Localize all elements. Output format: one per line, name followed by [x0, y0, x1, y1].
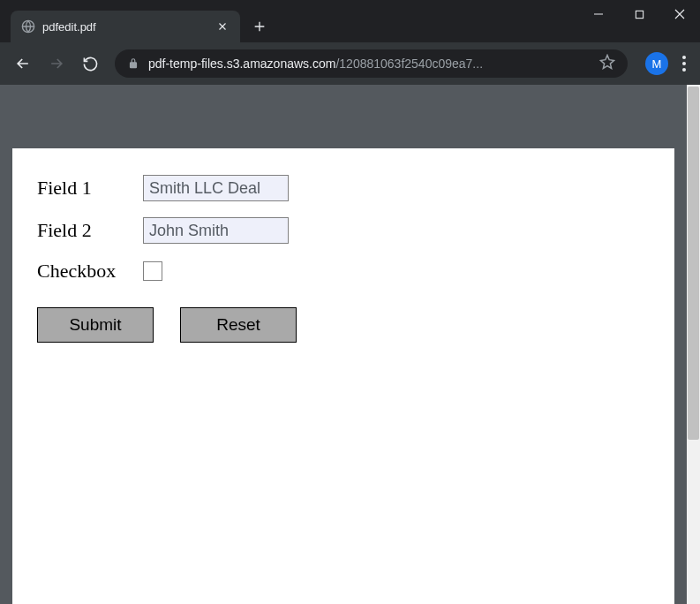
lock-icon	[127, 57, 139, 70]
browser-toolbar: pdf-temp-files.s3.amazonaws.com/12088106…	[0, 42, 700, 85]
tab-close-icon[interactable]	[215, 19, 230, 34]
address-bar[interactable]: pdf-temp-files.s3.amazonaws.com/12088106…	[115, 49, 628, 78]
form-row-checkbox: Checkbox	[37, 260, 650, 283]
window-maximize-button[interactable]	[619, 0, 659, 28]
url-text: pdf-temp-files.s3.amazonaws.com/12088106…	[148, 57, 591, 71]
globe-icon	[21, 19, 35, 34]
profile-avatar[interactable]: M	[645, 52, 668, 75]
window-close-button[interactable]	[659, 0, 700, 28]
vertical-scrollbar-track[interactable]	[687, 85, 700, 604]
svg-rect-1	[636, 11, 643, 18]
browser-menu-button[interactable]	[682, 56, 686, 72]
field1-label: Field 1	[37, 177, 143, 200]
bookmark-star-icon[interactable]	[599, 54, 615, 73]
viewport: Field 1 Field 2 Checkbox Submit Reset	[0, 85, 700, 604]
window-controls	[578, 0, 700, 35]
field2-input[interactable]	[143, 217, 289, 244]
window-minimize-button[interactable]	[578, 0, 619, 28]
field1-input[interactable]	[143, 175, 289, 201]
url-host: pdf-temp-files.s3.amazonaws.com	[148, 57, 335, 71]
field2-label: Field 2	[37, 219, 143, 242]
pdf-page-container[interactable]: Field 1 Field 2 Checkbox Submit Reset	[0, 85, 687, 604]
pdf-page: Field 1 Field 2 Checkbox Submit Reset	[12, 148, 674, 604]
form-row-field2: Field 2	[37, 217, 650, 244]
checkbox-input[interactable]	[143, 261, 162, 281]
browser-titlebar: pdfedit.pdf	[0, 0, 700, 42]
submit-button[interactable]: Submit	[37, 307, 154, 343]
new-tab-button[interactable]	[247, 14, 272, 39]
reset-button[interactable]: Reset	[180, 307, 297, 343]
tab-title: pdfedit.pdf	[42, 20, 208, 34]
browser-tab[interactable]: pdfedit.pdf	[11, 11, 240, 42]
nav-forward-button[interactable]	[42, 49, 71, 78]
vertical-scrollbar-thumb[interactable]	[688, 87, 699, 440]
button-row: Submit Reset	[37, 307, 650, 343]
nav-back-button[interactable]	[9, 49, 37, 78]
nav-reload-button[interactable]	[76, 49, 104, 78]
url-path: /120881063f2540c09ea7...	[335, 57, 483, 71]
checkbox-label: Checkbox	[37, 260, 143, 283]
form-row-field1: Field 1	[37, 175, 650, 201]
